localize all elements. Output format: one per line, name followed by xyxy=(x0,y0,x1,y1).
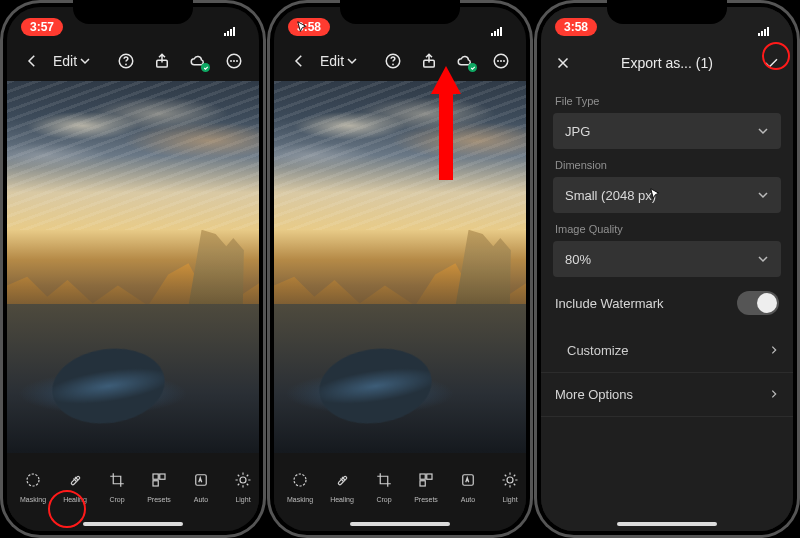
tool-light[interactable]: Light xyxy=(223,467,259,503)
cursor-icon xyxy=(296,20,310,38)
tool-crop[interactable]: Crop xyxy=(364,467,404,503)
quality-label: Image Quality xyxy=(541,213,793,241)
screen: 3:58 Export as... (1) File Type JPG Dime… xyxy=(541,7,793,531)
quality-select[interactable]: 80% xyxy=(553,241,781,277)
annotation-arrow-share xyxy=(429,60,463,184)
annotation-ring-healing xyxy=(48,490,86,528)
chevron-right-icon xyxy=(769,387,779,402)
notch xyxy=(73,0,193,24)
svg-rect-14 xyxy=(160,474,165,479)
back-icon[interactable] xyxy=(17,46,47,76)
notch xyxy=(340,0,460,24)
edit-dropdown[interactable]: Edit xyxy=(53,53,90,69)
tool-masking[interactable]: Masking xyxy=(280,467,320,503)
tool-presets[interactable]: Presets xyxy=(406,467,446,503)
svg-point-17 xyxy=(240,477,246,483)
phone-frame: 3:57 Edit Masking Healing Crop Presets A… xyxy=(0,0,266,538)
tool-light[interactable]: Light xyxy=(490,467,526,503)
svg-point-28 xyxy=(503,60,505,62)
status-indicators xyxy=(757,22,779,32)
home-indicator[interactable] xyxy=(541,517,793,531)
more-icon[interactable] xyxy=(486,46,516,76)
photo-canvas[interactable] xyxy=(274,81,526,453)
export-title: Export as... (1) xyxy=(541,55,793,71)
customize-row[interactable]: Customize xyxy=(541,329,793,372)
phone-frame: 3:58 Edit Masking Healing Crop Presets A… xyxy=(267,0,533,538)
cloud-sync-icon[interactable] xyxy=(183,46,213,76)
more-options-row[interactable]: More Options xyxy=(541,373,793,416)
watermark-row: Include Watermark xyxy=(541,277,793,329)
tool-masking[interactable]: Masking xyxy=(13,467,53,503)
status-time: 3:58 xyxy=(555,18,597,36)
export-panel: Export as... (1) File Type JPG Dimension… xyxy=(541,41,793,517)
photo-canvas[interactable] xyxy=(7,81,259,453)
svg-point-23 xyxy=(392,63,394,65)
app-header: Edit xyxy=(7,41,259,81)
chevron-right-icon xyxy=(769,343,779,358)
file-type-label: File Type xyxy=(541,85,793,113)
watermark-toggle[interactable] xyxy=(737,291,779,315)
svg-rect-15 xyxy=(153,481,158,486)
tool-healing[interactable]: Healing xyxy=(322,467,362,503)
tool-strip: Masking Healing Crop Presets Auto Light xyxy=(7,453,259,517)
export-header: Export as... (1) xyxy=(541,41,793,85)
help-icon[interactable] xyxy=(111,46,141,76)
svg-point-9 xyxy=(233,60,235,62)
help-icon[interactable] xyxy=(378,46,408,76)
dimension-label: Dimension xyxy=(541,149,793,177)
tool-presets[interactable]: Presets xyxy=(139,467,179,503)
svg-rect-13 xyxy=(153,474,158,479)
edit-dropdown[interactable]: Edit xyxy=(320,53,357,69)
screen: 3:58 Edit Masking Healing Crop Presets A… xyxy=(274,7,526,531)
svg-point-29 xyxy=(294,474,306,486)
svg-point-5 xyxy=(125,63,127,65)
edit-label-text: Edit xyxy=(320,53,344,69)
home-indicator[interactable] xyxy=(274,517,526,531)
svg-point-35 xyxy=(507,477,513,483)
annotation-ring-confirm xyxy=(762,42,790,70)
share-icon[interactable] xyxy=(147,46,177,76)
dimension-select[interactable]: Small (2048 px) xyxy=(553,177,781,213)
file-type-select[interactable]: JPG xyxy=(553,113,781,149)
edit-label-text: Edit xyxy=(53,53,77,69)
status-indicators xyxy=(223,22,245,32)
svg-rect-33 xyxy=(420,481,425,486)
home-indicator[interactable] xyxy=(7,517,259,531)
more-icon[interactable] xyxy=(219,46,249,76)
svg-rect-31 xyxy=(420,474,425,479)
svg-point-27 xyxy=(500,60,502,62)
notch xyxy=(607,0,727,24)
screen: 3:57 Edit Masking Healing Crop Presets A… xyxy=(7,7,259,531)
svg-point-8 xyxy=(230,60,232,62)
svg-rect-32 xyxy=(427,474,432,479)
phone-frame: 3:58 Export as... (1) File Type JPG Dime… xyxy=(534,0,800,538)
tool-auto[interactable]: Auto xyxy=(181,467,221,503)
status-time: 3:57 xyxy=(21,18,63,36)
cursor-icon xyxy=(649,187,663,204)
svg-point-11 xyxy=(27,474,39,486)
app-header: Edit xyxy=(274,41,526,81)
watermark-label: Include Watermark xyxy=(555,296,664,311)
status-indicators xyxy=(490,22,512,32)
back-icon[interactable] xyxy=(284,46,314,76)
svg-point-26 xyxy=(497,60,499,62)
tool-strip: Masking Healing Crop Presets Auto Light … xyxy=(274,453,526,517)
tool-crop[interactable]: Crop xyxy=(97,467,137,503)
svg-point-10 xyxy=(236,60,238,62)
tool-auto[interactable]: Auto xyxy=(448,467,488,503)
